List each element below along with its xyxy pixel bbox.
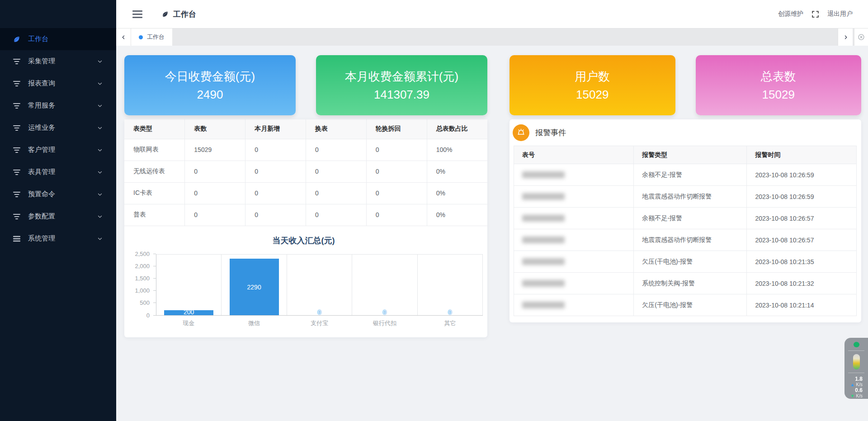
filter-icon [13, 57, 21, 66]
table-row: IC卡表00000% [124, 182, 487, 204]
sidebar-item-报表查询[interactable]: 报表查询 [0, 72, 116, 95]
arrow-down-icon: ▼ [850, 393, 855, 398]
logout-link[interactable]: 退出用户 [827, 10, 853, 18]
meter-table-cell: 0 [185, 182, 245, 204]
alarm-type-cell: 余额不足-报警 [634, 208, 747, 229]
stat-card-title: 今日收费金额(元) [165, 69, 255, 85]
alarm-type-cell: 欠压(干电池)-报警 [634, 294, 747, 316]
x-category-label: 微信 [222, 319, 287, 327]
top-header: 工作台 创源维护 退出用户 [116, 0, 868, 28]
header-actions: 创源维护 退出用户 [778, 10, 853, 18]
redacted-blur [522, 215, 565, 222]
alarm-time-cell: 2023-10-08 10:21:32 [747, 273, 857, 294]
meter-table-cell: 普表 [124, 204, 185, 226]
sidebar-item-工作台[interactable]: 工作台 [0, 28, 116, 50]
alarm-time-cell: 2023-10-08 10:21:14 [747, 294, 857, 316]
chevron-down-icon [97, 59, 103, 64]
fullscreen-icon[interactable] [811, 10, 819, 18]
alarm-time-cell: 2023-10-08 10:21:35 [747, 251, 857, 273]
meter-table-header: 表数 [185, 119, 245, 139]
sidebar-item-表具管理[interactable]: 表具管理 [0, 161, 116, 183]
filter-icon [13, 124, 21, 132]
left-column: 今日收费金额(元)2490本月收费金额累计(元)141307.39 表类型表数本… [124, 55, 487, 421]
meter-no-redacted [514, 164, 634, 186]
redacted-blur [522, 280, 565, 287]
sidebar-item-采集管理[interactable]: 采集管理 [0, 50, 116, 72]
sidebar-item-label: 采集管理 [28, 57, 55, 66]
alarm-time-cell: 2023-10-08 10:26:59 [747, 186, 857, 208]
tab-active-dot [139, 35, 143, 39]
sidebar-logo-area [0, 0, 116, 28]
x-category-label: 银行代扣 [352, 319, 418, 327]
meter-no-redacted [514, 229, 634, 251]
chart-bar-slot: 200 [156, 254, 222, 315]
meter-table-cell: 0 [245, 161, 306, 182]
table-row: 地震震感器动作切断报警2023-10-08 10:26:57 [514, 229, 857, 251]
table-row: 物联网表15029000100% [124, 139, 487, 161]
stat-card-value: 15029 [762, 88, 795, 102]
stat-cards-right: 用户数15029总表数15029 [509, 55, 861, 115]
alarm-siren-icon [513, 124, 529, 141]
chart-y-axis: 05001,0001,5002,0002,500 [130, 254, 156, 316]
sidebar-item-预置命令[interactable]: 预置命令 [0, 183, 116, 205]
chart-bar-slot: 0 [352, 254, 417, 315]
meter-table-cell: 0 [306, 204, 366, 226]
sidebar-item-参数配置[interactable]: 参数配置 [0, 205, 116, 227]
chart-bar-slot: 0 [287, 254, 352, 315]
stat-card: 本月收费金额累计(元)141307.39 [316, 55, 487, 115]
table-row: 普表00000% [124, 204, 487, 226]
sidebar-item-label: 表具管理 [28, 168, 55, 176]
meter-table-header: 换表 [306, 119, 366, 139]
alarm-type-cell: 地震震感器动作切断报警 [634, 229, 747, 251]
meter-no-redacted [514, 186, 634, 208]
filter-icon [13, 213, 21, 221]
meter-table-cell: 物联网表 [124, 139, 185, 161]
meter-table-cell: 0 [306, 139, 366, 161]
download-speed-unit: ▼ K/s [847, 393, 865, 399]
meter-table-cell: 0 [366, 139, 427, 161]
chart-title: 当天收入汇总(元) [124, 235, 483, 246]
sidebar-item-label: 常用服务 [28, 101, 55, 110]
page-title: 工作台 [173, 9, 196, 19]
meter-no-redacted [514, 208, 634, 229]
tab-label: 工作台 [147, 33, 165, 41]
sidebar-item-系统管理[interactable]: 系统管理 [0, 227, 116, 250]
stat-card: 用户数15029 [509, 55, 675, 115]
meter-table-header: 本月新增 [245, 119, 306, 139]
x-category-label: 现金 [156, 319, 222, 327]
stat-cards-left: 今日收费金额(元)2490本月收费金额累计(元)141307.39 [124, 55, 487, 115]
sidebar-item-label: 预置命令 [28, 190, 55, 199]
right-column: 用户数15029总表数15029 报警事件 表号报警类型报警时 [509, 55, 861, 421]
tab-workbench[interactable]: 工作台 [131, 28, 172, 46]
alarm-time-cell: 2023-10-08 10:26:57 [747, 208, 857, 229]
filter-icon [13, 146, 21, 154]
sidebar-item-运维业务[interactable]: 运维业务 [0, 117, 116, 139]
meter-no-redacted [514, 294, 634, 316]
table-row: 系统控制关阀-报警2023-10-08 10:21:32 [514, 273, 857, 294]
maintainer-link[interactable]: 创源维护 [778, 10, 803, 18]
chevron-down-icon [97, 236, 103, 241]
alarm-type-cell: 余额不足-报警 [634, 164, 747, 186]
meter-table-cell: IC卡表 [124, 182, 185, 204]
alarm-table-header: 报警类型 [634, 146, 747, 164]
redacted-blur [522, 171, 565, 178]
sidebar-item-label: 参数配置 [28, 212, 55, 221]
table-row: 地震震感器动作切断报警2023-10-08 10:26:59 [514, 186, 857, 208]
stat-card-title: 用户数 [575, 69, 610, 85]
stat-card: 总表数15029 [696, 55, 862, 115]
meter-table-cell: 0 [366, 182, 427, 204]
table-row: 欠压(干电池)-报警2023-10-08 10:21:14 [514, 294, 857, 316]
chevron-down-icon [97, 125, 103, 131]
tab-scroll-right-icon[interactable] [838, 28, 853, 46]
meter-table-cell: 无线远传表 [124, 161, 185, 182]
alarm-table-header: 表号 [514, 146, 634, 164]
stat-card-value: 15029 [576, 88, 609, 102]
tab-options-close-icon[interactable] [854, 28, 868, 46]
sidebar-item-常用服务[interactable]: 常用服务 [0, 95, 116, 117]
sidebar-item-客户管理[interactable]: 客户管理 [0, 139, 116, 161]
tab-scroll-left-icon[interactable] [116, 28, 131, 46]
net-speed-widget[interactable]: 1.8 ▲ K/s 0.6 ▼ K/s [844, 338, 868, 399]
sidebar-item-label: 运维业务 [28, 123, 55, 132]
hamburger-icon[interactable] [132, 10, 142, 18]
stat-card-value: 2490 [197, 88, 223, 102]
